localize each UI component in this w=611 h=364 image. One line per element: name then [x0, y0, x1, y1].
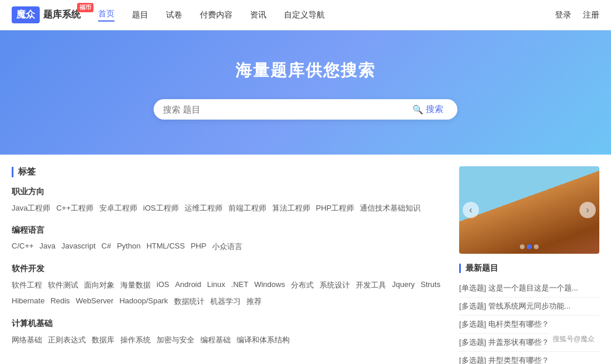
title-bar-accent	[12, 167, 13, 177]
carousel-next-button[interactable]: ›	[579, 202, 596, 218]
logo-brand: 魔众	[12, 6, 40, 23]
logo-title: 题库系统 福币	[43, 9, 81, 21]
tag-android-dev[interactable]: Android	[175, 280, 202, 290]
tag-regex[interactable]: 正则表达式	[48, 335, 86, 345]
tag-redis[interactable]: Redis	[50, 296, 70, 307]
tag-big-data[interactable]: 海量数据	[120, 280, 151, 290]
header-right: 登录 注册	[555, 10, 599, 20]
tag-software-testing[interactable]: 软件测试	[48, 280, 78, 290]
category-name-cs-basic: 计算机基础	[12, 318, 447, 329]
search-button[interactable]: 🔍 搜索	[408, 104, 448, 115]
question-item-0[interactable]: [单选题] 这是一个题目这是一个题...	[459, 279, 599, 298]
tag-javascript[interactable]: Javascript	[61, 242, 96, 252]
question-link-0[interactable]: [单选题] 这是一个题目这是一个题...	[459, 283, 599, 293]
tag-telecom[interactable]: 通信技术基础知识	[360, 203, 421, 214]
carousel: ‹ ›	[459, 166, 599, 254]
question-item-2[interactable]: [多选题] 电杆类型有哪些？	[459, 316, 599, 334]
carousel-dots	[520, 244, 539, 249]
tag-ops-engineer[interactable]: 运维工程师	[185, 203, 223, 214]
tag-dev-tools[interactable]: 开发工具	[356, 280, 386, 290]
carousel-dot-2[interactable]	[534, 244, 539, 249]
tag-recommend[interactable]: 推荐	[247, 296, 262, 307]
tag-frontend-engineer[interactable]: 前端工程师	[228, 203, 266, 214]
nav-item-home[interactable]: 首页	[98, 9, 114, 22]
question-link-1[interactable]: [多选题] 管线系统网元同步功能...	[459, 301, 599, 312]
logo-badge: 福币	[77, 3, 93, 12]
category-group-cs-basic: 计算机基础 网络基础 正则表达式 数据库 操作系统 加密与安全 编程基础 编译和…	[12, 318, 447, 345]
question-item-1[interactable]: [多选题] 管线系统网元同步功能...	[459, 298, 599, 316]
tag-ios-engineer[interactable]: iOS工程师	[143, 203, 179, 214]
tag-algo-engineer[interactable]: 算法工程师	[272, 203, 310, 214]
question-link-4[interactable]: [多选题] 井型类型有哪些？	[459, 355, 599, 364]
tags-section-header: 标签	[12, 166, 447, 177]
search-input[interactable]	[163, 104, 408, 114]
tag-php[interactable]: PHP	[190, 242, 206, 252]
tag-csharp[interactable]: C#	[102, 242, 112, 252]
logo-area: 魔众 题库系统 福币	[12, 6, 81, 23]
tag-software-engineering[interactable]: 软件工程	[12, 280, 42, 290]
question-item-4[interactable]: [多选题] 井型类型有哪些？	[459, 352, 599, 364]
tags-career: Java工程师 C++工程师 安卓工程师 iOS工程师 运维工程师 前端工程师 …	[12, 203, 447, 214]
tag-linux[interactable]: Linux	[207, 280, 225, 290]
category-name-career: 职业方向	[12, 187, 447, 197]
hero-section: 海量题库供您搜索 🔍 搜索	[0, 30, 611, 155]
tag-jquery[interactable]: Jquery	[392, 280, 415, 290]
tags-section-label: 标签	[18, 166, 36, 177]
tag-dotnet[interactable]: .NET	[231, 280, 249, 290]
tag-database[interactable]: 数据库	[92, 335, 114, 345]
carousel-dot-0[interactable]	[520, 244, 525, 249]
category-group-career: 职业方向 Java工程师 C++工程师 安卓工程师 iOS工程师 运维工程师 前…	[12, 187, 447, 214]
tag-cpp-engineer[interactable]: C++工程师	[56, 203, 93, 214]
carousel-dot-1[interactable]	[527, 244, 532, 249]
latest-questions-label: 最新题目	[466, 263, 498, 274]
category-group-lang: 编程语言 C/C++ Java Javascript C# Python HTM…	[12, 225, 447, 252]
search-bar: 🔍 搜索	[154, 99, 457, 120]
nav-item-news[interactable]: 资讯	[250, 10, 266, 20]
tag-data-stats[interactable]: 数据统计	[174, 296, 204, 307]
tags-software: 软件工程 软件测试 面向对象 海量数据 iOS Android Linux .N…	[12, 280, 447, 307]
tag-ml[interactable]: 机器学习	[210, 296, 241, 307]
tags-cs-basic: 网络基础 正则表达式 数据库 操作系统 加密与安全 编程基础 编译和体系结构	[12, 335, 447, 345]
tag-security[interactable]: 加密与安全	[157, 335, 195, 345]
header: 魔众 题库系统 福币 首页 题目 试卷 付费内容 资讯 自定义导航 登录 注册	[0, 0, 611, 30]
tag-compiler[interactable]: 编译和体系结构	[237, 335, 290, 345]
tag-java-engineer[interactable]: Java工程师	[12, 203, 50, 214]
main-nav: 首页 题目 试卷 付费内容 资讯 自定义导航	[98, 9, 555, 22]
nav-item-paid[interactable]: 付费内容	[200, 10, 232, 20]
login-link[interactable]: 登录	[555, 10, 571, 20]
tag-hibernate[interactable]: Hibernate	[12, 296, 44, 307]
hero-title: 海量题库供您搜索	[12, 60, 599, 82]
tag-os[interactable]: 操作系统	[120, 335, 151, 345]
nav-item-questions[interactable]: 题目	[132, 10, 148, 20]
question-list: [单选题] 这是一个题目这是一个题... [多选题] 管线系统网元同步功能...…	[459, 279, 599, 364]
left-panel: 标签 职业方向 Java工程师 C++工程师 安卓工程师 iOS工程师 运维工程…	[12, 166, 447, 364]
carousel-prev-button[interactable]: ‹	[463, 202, 479, 218]
tag-webserver[interactable]: WebServer	[76, 296, 114, 307]
tag-hadoop-spark[interactable]: Hadoop/Spark	[119, 296, 168, 307]
category-name-software: 软件开发	[12, 264, 447, 274]
register-link[interactable]: 注册	[583, 10, 599, 20]
tag-ios-dev[interactable]: iOS	[157, 280, 169, 290]
tag-windows[interactable]: Windows	[254, 280, 285, 290]
latest-questions-header: 最新题目	[459, 263, 599, 274]
tag-distributed[interactable]: 分布式	[291, 280, 314, 290]
question-link-2[interactable]: [多选题] 电杆类型有哪些？	[459, 319, 599, 330]
tag-c-cpp[interactable]: C/C++	[12, 242, 34, 252]
tag-system-design[interactable]: 系统设计	[320, 280, 350, 290]
nav-item-custom[interactable]: 自定义导航	[284, 10, 325, 20]
tag-oop[interactable]: 面向对象	[84, 280, 114, 290]
tag-php-engineer[interactable]: PHP工程师	[316, 203, 355, 214]
tags-lang: C/C++ Java Javascript C# Python HTML/CSS…	[12, 242, 447, 252]
search-icon: 🔍	[412, 104, 423, 115]
tag-java[interactable]: Java	[40, 242, 55, 252]
tag-struts[interactable]: Struts	[421, 280, 440, 290]
tag-android-engineer[interactable]: 安卓工程师	[99, 203, 137, 214]
category-name-lang: 编程语言	[12, 225, 447, 236]
carousel-image	[459, 166, 599, 254]
tag-programming-basic[interactable]: 编程基础	[200, 335, 231, 345]
tag-html-css[interactable]: HTML/CSS	[147, 242, 185, 252]
tag-python[interactable]: Python	[117, 242, 140, 252]
tag-network-basic[interactable]: 网络基础	[12, 335, 42, 345]
nav-item-exams[interactable]: 试卷	[166, 10, 182, 20]
tag-niche-lang[interactable]: 小众语言	[212, 242, 242, 252]
